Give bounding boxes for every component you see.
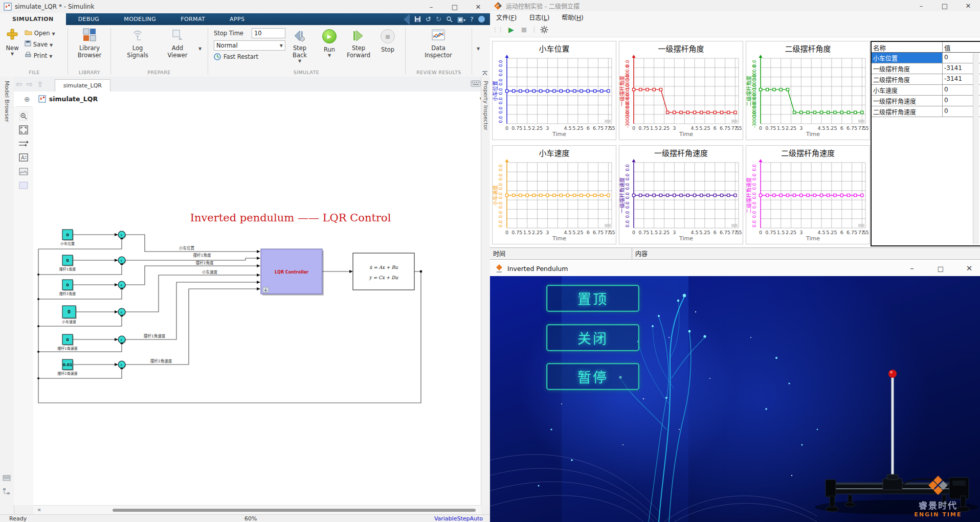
row-name[interactable]: 二级摆杆角度 bbox=[872, 74, 943, 84]
table-row-4[interactable]: 一级摆杆角速度0 bbox=[872, 96, 980, 106]
sim-mode-select[interactable]: Normal▼ bbox=[214, 40, 285, 51]
log-col-time[interactable]: 时间 bbox=[490, 248, 632, 259]
status-solver[interactable]: VariableStepAuto bbox=[434, 515, 483, 522]
table-row-3[interactable]: 小车速度0 bbox=[872, 85, 980, 96]
row-name[interactable]: 小车速度 bbox=[872, 85, 943, 95]
svg-text:6.75: 6.75 bbox=[720, 125, 730, 131]
signal-routing-icon[interactable] bbox=[18, 138, 29, 149]
undo-icon[interactable]: ↺ bbox=[426, 15, 431, 23]
scope-minimize-button[interactable]: – bbox=[909, 0, 933, 11]
log-signals-button[interactable]: Log Signals bbox=[122, 28, 153, 59]
stop-time-input[interactable]: 10 bbox=[252, 28, 285, 38]
row-name[interactable]: 小车位置 bbox=[872, 53, 943, 63]
model-browser-strip[interactable]: Model Browser bbox=[0, 77, 14, 522]
browser-layers-icon[interactable] bbox=[3, 474, 11, 483]
zoom-tool-icon[interactable] bbox=[18, 110, 29, 122]
area-box-icon[interactable] bbox=[18, 179, 29, 191]
image-annotation-icon[interactable] bbox=[18, 166, 29, 177]
scope-maximize-button[interactable]: □ bbox=[933, 0, 956, 11]
table-scrollbar[interactable] bbox=[973, 53, 979, 244]
step-forward-button[interactable]: Step Forward bbox=[344, 29, 373, 59]
pendulum-maximize-button[interactable]: □ bbox=[933, 261, 948, 276]
chart-panel-0[interactable]: 小车位置0.00.00.00.00.00.00.0小车位置00.751.52.2… bbox=[492, 41, 616, 140]
document-tab[interactable]: simulate_LQR bbox=[55, 79, 110, 92]
pendulum-button-2[interactable]: 暂停 bbox=[546, 363, 639, 390]
redo-icon[interactable]: ↻ bbox=[436, 15, 441, 23]
nav-back-icon[interactable]: ⇦ bbox=[16, 80, 23, 89]
review-more-caret[interactable]: ▼ bbox=[477, 47, 480, 51]
breadcrumb-scope-icon[interactable]: ⊕ bbox=[24, 95, 30, 103]
table-row-5[interactable]: 二级摆杆角速度0 bbox=[872, 106, 980, 117]
breadcrumb-model-name[interactable]: simulate_LQR bbox=[49, 95, 98, 103]
maximize-button[interactable]: □ bbox=[443, 0, 466, 13]
add-viewer-button[interactable]: Add Viewer bbox=[162, 28, 193, 59]
table-row-1[interactable]: 一级摆杆角度-3141 bbox=[872, 63, 980, 74]
close-button[interactable]: ✕ bbox=[466, 0, 490, 13]
data-inspector-button[interactable]: Data Inspector bbox=[421, 28, 455, 59]
table-row-2[interactable]: 二级摆杆角度-3141 bbox=[872, 74, 980, 85]
scope-settings-icon[interactable] bbox=[540, 26, 548, 34]
state-space-block[interactable] bbox=[353, 253, 414, 290]
minimize-button[interactable]: – bbox=[419, 0, 443, 13]
layout-icon[interactable]: ▣▾ bbox=[457, 15, 465, 23]
pendulum-button-1[interactable]: 关闭 bbox=[546, 324, 639, 351]
row-name[interactable]: 一级摆杆角度 bbox=[872, 63, 943, 74]
tab-simulation[interactable]: SIMULATION bbox=[0, 13, 66, 25]
tab-modeling[interactable]: MODELING bbox=[112, 13, 168, 25]
save-icon[interactable] bbox=[414, 16, 421, 22]
annotation-icon[interactable]: A bbox=[18, 152, 29, 163]
chart-panel-1[interactable]: 一级摆杆角度0.03000.01000.00000.00000.0-3000.0… bbox=[619, 41, 743, 140]
chart-panel-5[interactable]: 二级摆杆角速度0.00.00.00.00.00.00.0二级摆杆角速度00.75… bbox=[746, 145, 870, 244]
chart-panel-3[interactable]: 小车速度0.00.00.00.00.00.00.0小车速度00.751.52.2… bbox=[492, 145, 616, 244]
keyboard-icon[interactable] bbox=[471, 80, 481, 88]
browser-tree-icon[interactable] bbox=[3, 488, 11, 496]
scope-run-icon[interactable]: ▶ bbox=[508, 26, 514, 34]
svg-text:5.25: 5.25 bbox=[572, 230, 583, 235]
svg-text:小车位置: 小车位置 bbox=[493, 81, 498, 101]
collapse-panel-icon[interactable]: « bbox=[37, 506, 41, 513]
property-inspector-strip[interactable]: Property Inspector bbox=[481, 77, 491, 505]
svg-text:Time: Time bbox=[552, 131, 566, 138]
tab-format[interactable]: FORMAT bbox=[168, 13, 217, 25]
help-icon[interactable]: ? bbox=[470, 15, 474, 23]
fast-restart-toggle[interactable]: Fast Restart bbox=[214, 53, 258, 60]
chart-panel-4[interactable]: 一级摆杆角速度0.00.00.00.00.00.00.0一级摆杆角速度00.75… bbox=[619, 145, 743, 244]
tab-debug[interactable]: DEBUG bbox=[66, 13, 112, 25]
new-button[interactable]: New ▼ bbox=[3, 28, 21, 56]
scope-close-button[interactable]: ✕ bbox=[956, 0, 980, 11]
svg-text:一级摆杆角度: 一级摆杆角度 bbox=[619, 76, 625, 106]
save-button[interactable]: Save ▼ bbox=[25, 40, 53, 48]
canvas-hscrollbar[interactable]: « bbox=[33, 505, 481, 515]
log-col-content[interactable]: 内容 bbox=[632, 248, 980, 259]
fit-view-icon[interactable] bbox=[18, 124, 29, 135]
pendulum-close-button[interactable]: ✕ bbox=[962, 261, 977, 276]
nav-up-icon[interactable]: ⇧ bbox=[37, 80, 43, 89]
breadcrumb: ⊕ simulate_LQR ▼ bbox=[14, 92, 490, 107]
chart-panel-2[interactable]: 二级摆杆角度0.03000.01000.00000.00000.0-3000.0… bbox=[746, 41, 870, 140]
menu-item-1[interactable]: 日志(L) bbox=[523, 13, 555, 21]
table-row-0[interactable]: 小车位置0 bbox=[872, 53, 980, 63]
print-button[interactable]: Print ▼ bbox=[25, 52, 52, 59]
tab-apps[interactable]: APPS bbox=[217, 13, 257, 25]
nav-forward-icon[interactable]: ⇨ bbox=[27, 80, 33, 89]
prepare-more-caret[interactable]: ▼ bbox=[198, 47, 202, 51]
model-canvas[interactable]: Inverted pendulum —— LQR Control小车位置摆杆1角… bbox=[33, 106, 481, 505]
scope-stop-icon[interactable]: ■ bbox=[521, 26, 527, 33]
pendulum-minimize-button[interactable]: – bbox=[904, 261, 920, 276]
sync-icon[interactable] bbox=[478, 16, 485, 22]
stop-button[interactable]: ■ Stop bbox=[376, 29, 399, 53]
library-browser-button[interactable]: Library Browser bbox=[74, 28, 105, 59]
menu-item-2[interactable]: 帮助(H) bbox=[555, 13, 589, 21]
step-back-button[interactable]: Step Back ▼ bbox=[286, 29, 313, 63]
row-name[interactable]: 二级摆杆角速度 bbox=[872, 106, 943, 117]
open-button[interactable]: Open ▼ bbox=[25, 29, 55, 37]
menu-item-0[interactable]: 文件(F) bbox=[490, 13, 523, 21]
simulink-app-icon bbox=[4, 3, 12, 11]
collapse-ribbon-icon[interactable] bbox=[482, 70, 488, 77]
search-icon[interactable] bbox=[446, 16, 453, 22]
row-name[interactable]: 一级摆杆角速度 bbox=[872, 96, 943, 106]
pendulum-button-0[interactable]: 置顶 bbox=[546, 285, 639, 312]
hscroll-thumb[interactable] bbox=[113, 509, 476, 512]
run-button[interactable]: ▶ Run ▼ bbox=[318, 29, 341, 58]
svg-text:0.0: 0.0 bbox=[498, 201, 503, 209]
